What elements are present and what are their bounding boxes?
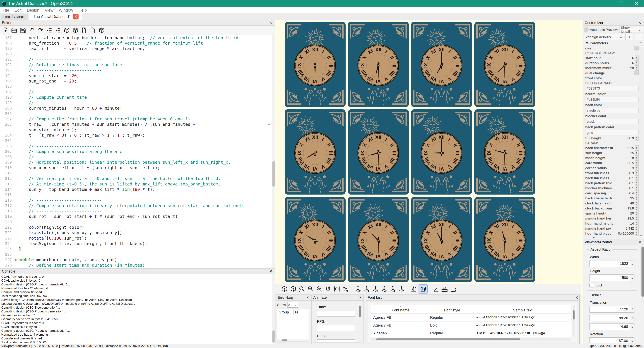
param-text-input[interactable]: gold bbox=[585, 130, 639, 135]
editor-scrollbar[interactable] bbox=[272, 35, 275, 268]
view-plus-x-button[interactable]: +X bbox=[354, 285, 362, 294]
param-spinner[interactable]: ▲▼ bbox=[634, 186, 639, 191]
view-all-button[interactable] bbox=[298, 285, 306, 294]
menu-window[interactable]: Window bbox=[56, 8, 76, 12]
restore-button[interactable]: ❐ bbox=[614, 0, 629, 7]
indent-button[interactable] bbox=[54, 26, 62, 35]
view-plus-z-button[interactable]: +Z bbox=[389, 285, 397, 294]
font-table-row[interactable]: Agency FBBoldabcdef ABCDEF 012345 005S8B… bbox=[371, 322, 571, 330]
menu-file[interactable]: File bbox=[0, 8, 12, 12]
translation-x-input[interactable]: 77.28 bbox=[590, 306, 630, 312]
undo-button[interactable]: ↶ bbox=[28, 26, 36, 35]
export-stl-button[interactable]: STL bbox=[80, 26, 88, 35]
rotate-45-button[interactable]: ⟳45 bbox=[342, 285, 350, 294]
width-input[interactable]: 1822 bbox=[590, 260, 630, 267]
open-file-button[interactable] bbox=[10, 26, 19, 35]
view-minus-z-button[interactable]: -Z bbox=[398, 285, 406, 294]
rotation-x-spinner[interactable]: ▲▼ bbox=[630, 338, 634, 343]
translation-y-input[interactable]: 88.26 bbox=[590, 315, 630, 321]
editor-scrollbar-thumb[interactable] bbox=[272, 161, 275, 187]
automatic-preview-checkbox[interactable]: ✓ bbox=[584, 28, 588, 32]
redo-button[interactable]: ↷ bbox=[36, 26, 45, 35]
param-spinner[interactable]: ▲▼ bbox=[634, 180, 639, 186]
render-button[interactable] bbox=[289, 285, 298, 294]
param-spinner[interactable]: ▲▼ bbox=[634, 231, 639, 236]
parameters-section[interactable]: ▼ Parameters bbox=[585, 41, 639, 45]
param-spinner[interactable]: ▲▼ bbox=[634, 56, 639, 60]
customizer-close-icon[interactable]: ✕ bbox=[637, 21, 642, 25]
translation-y-spinner[interactable]: ▲▼ bbox=[630, 315, 634, 321]
scroll-down-icon[interactable]: ▼ bbox=[639, 234, 643, 237]
height-spinner[interactable]: ▲▼ bbox=[630, 274, 634, 281]
param-spinner[interactable]: ▲▼ bbox=[634, 150, 639, 156]
font-list-vscroll-thumb[interactable] bbox=[573, 310, 574, 320]
param-spinner[interactable]: ▲▼ bbox=[634, 226, 639, 231]
translation-z-input[interactable]: -4.68 bbox=[590, 323, 630, 330]
view-minus-x-button[interactable]: -X bbox=[362, 285, 371, 294]
param-text-input[interactable]: steelblue bbox=[585, 108, 639, 113]
animate-close-icon[interactable]: ✕ bbox=[359, 296, 362, 300]
show-boundary-button[interactable] bbox=[449, 285, 458, 294]
animate-fps-input[interactable] bbox=[317, 325, 355, 331]
editor-close-icon[interactable]: ✕ bbox=[268, 21, 274, 25]
scroll-up-icon[interactable]: ▲ bbox=[639, 41, 643, 44]
lock-checkbox[interactable] bbox=[590, 283, 594, 288]
param-spinner[interactable]: ▲▼ bbox=[634, 166, 639, 170]
param-text-input[interactable]: #025973 bbox=[585, 86, 639, 91]
customizer-scrollbar[interactable]: ▲▼ bbox=[639, 40, 643, 238]
preset-remove-button[interactable]: - bbox=[635, 34, 643, 40]
unindent-button[interactable] bbox=[45, 26, 54, 35]
animate-scrollbar-thumb[interactable] bbox=[359, 306, 361, 317]
viewport-control-close-icon[interactable]: ✕ bbox=[637, 240, 642, 244]
menu-view[interactable]: View bbox=[42, 8, 56, 12]
export-dxf-button[interactable]: DXF bbox=[88, 26, 97, 35]
view-minus-y-button[interactable]: -Y bbox=[380, 285, 388, 294]
minimize-button[interactable]: — bbox=[599, 0, 614, 7]
new-file-button[interactable] bbox=[1, 26, 10, 35]
param-spinner[interactable]: ▲▼ bbox=[634, 146, 639, 150]
param-spinner[interactable]: ▲▼ bbox=[634, 216, 639, 221]
console-scrollbar[interactable] bbox=[272, 274, 275, 343]
font-table-header[interactable]: ^Font name Font style Sample text bbox=[371, 306, 571, 314]
error-log-close-icon[interactable]: ✕ bbox=[306, 296, 309, 300]
error-log-filter-select[interactable]: A⌄ bbox=[287, 302, 298, 308]
view-model-button[interactable] bbox=[97, 26, 106, 35]
rotation-x-input[interactable]: 187.00 bbox=[590, 338, 630, 343]
param-spinner[interactable]: ▲▼ bbox=[634, 160, 639, 166]
close-button[interactable]: ✕ bbox=[629, 0, 644, 7]
font-list-vscrollbar[interactable] bbox=[572, 305, 575, 337]
reset-distance-button[interactable]: 10 bbox=[333, 285, 341, 294]
translation-z-spinner[interactable]: ▲▼ bbox=[630, 323, 634, 330]
param-spinner[interactable]: ▲▼ bbox=[634, 206, 639, 211]
orthographic-button[interactable] bbox=[418, 284, 428, 294]
param-spinner[interactable]: ▲▼ bbox=[634, 176, 639, 180]
show-axes-button[interactable] bbox=[432, 285, 440, 294]
viewport-control-scrollbar-thumb[interactable] bbox=[642, 246, 644, 297]
font-list-hscroll-thumb[interactable] bbox=[376, 338, 520, 340]
preview-button[interactable]: » bbox=[62, 26, 71, 35]
param-spinner[interactable]: ▲▼ bbox=[634, 196, 639, 201]
param-spinner[interactable]: ▲▼ bbox=[634, 191, 639, 196]
menu-design[interactable]: Design bbox=[24, 8, 42, 12]
error-log-hscrollbar[interactable] bbox=[277, 339, 309, 341]
param-spinner[interactable]: ▲▼ bbox=[634, 221, 639, 226]
translation-x-spinner[interactable]: ▲▼ bbox=[630, 306, 634, 312]
menu-help[interactable]: Help bbox=[76, 8, 90, 12]
font-list-hscrollbar[interactable] bbox=[371, 338, 571, 340]
param-text-input[interactable]: #b39b84 bbox=[585, 97, 639, 102]
param-text-input[interactable]: black bbox=[585, 119, 639, 124]
console-scrollbar-thumb[interactable] bbox=[272, 330, 275, 343]
preset-select[interactable]: <design default>⌄ bbox=[584, 34, 624, 40]
perspective-button[interactable] bbox=[410, 285, 418, 294]
animate-steps-input[interactable] bbox=[317, 340, 355, 342]
menu-edit[interactable]: Edit bbox=[12, 8, 24, 12]
param-spinner[interactable]: ▲▼ bbox=[634, 136, 639, 141]
preset-add-button[interactable]: + bbox=[626, 34, 634, 40]
font-list-close-icon[interactable]: X bbox=[576, 296, 578, 300]
zoom-out-button[interactable] bbox=[315, 285, 324, 294]
tab-the-astral-dial-scad-[interactable]: The Astral Dial.scad*X bbox=[29, 13, 82, 20]
param-spinner[interactable]: ▲▼ bbox=[634, 156, 639, 160]
tab-cards-scad[interactable]: cards.scad bbox=[1, 14, 28, 20]
reset-view-button[interactable]: ↺ bbox=[324, 285, 332, 294]
param-spinner[interactable]: ▲▼ bbox=[634, 66, 639, 70]
